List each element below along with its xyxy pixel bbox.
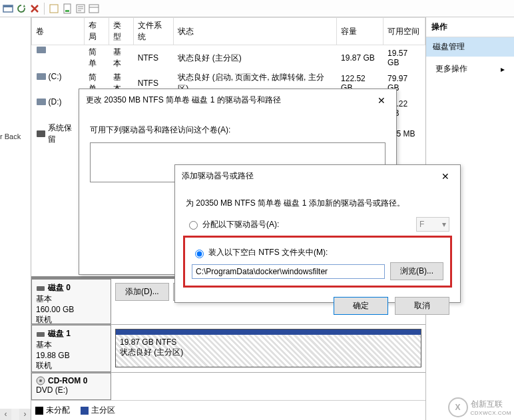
actions-header: 操作 xyxy=(426,17,514,37)
volume-name: (C:) xyxy=(49,72,62,81)
mount-folder-row[interactable]: 装入以下空白 NTFS 文件夹中(M): xyxy=(192,247,443,258)
more-label: 更多操作 xyxy=(435,63,467,75)
svg-rect-1 xyxy=(3,5,13,7)
disk1-type: 基本 xyxy=(36,339,107,351)
add-drive-letter-dialog: 添加驱动器号或路径 ✕ 为 20350 MB NTFS 简单卷 磁盘 1 添加新… xyxy=(174,164,461,303)
cdrom-body xyxy=(111,373,425,400)
volume-icon xyxy=(37,47,46,53)
disk0-type: 基本 xyxy=(36,294,107,305)
watermark-logo: X xyxy=(448,397,468,417)
col-capacity[interactable]: 容量 xyxy=(337,18,384,45)
disk0-size: 160.00 GB xyxy=(36,305,107,314)
watermark: X 创新互联 CDXWCX.COM xyxy=(448,397,511,417)
disk1-body: 19.87 GB NTFS 状态良好 (主分区) xyxy=(111,325,425,372)
disk-icon xyxy=(36,329,45,339)
disk0-label[interactable]: 磁盘 0 基本 160.00 GB 联机 xyxy=(31,279,111,324)
assign-letter-label: 分配以下驱动器号(A): xyxy=(202,219,279,230)
cdrom-label[interactable]: CD-ROM 0 DVD (E:) xyxy=(31,373,111,400)
svg-rect-4 xyxy=(65,10,69,12)
disk-panel-1: 磁盘 1 基本 19.88 GB 联机 19.87 GB NTFS 状态良好 (… xyxy=(31,324,425,372)
browse-button[interactable]: 浏览(B)... xyxy=(390,262,443,280)
volume-icon xyxy=(37,130,46,137)
cell-type: 基本 xyxy=(109,45,133,71)
cancel-button[interactable]: 取消 xyxy=(395,297,449,315)
disk1-title: 磁盘 1 xyxy=(48,328,71,339)
chevron-right-icon: ▸ xyxy=(501,65,505,74)
cell-status: 状态良好 (主分区) xyxy=(174,45,337,71)
add-button[interactable]: 添加(D)... xyxy=(115,283,169,301)
col-free[interactable]: 可用空间 xyxy=(384,18,425,45)
properties-icon[interactable] xyxy=(75,3,86,14)
svg-rect-6 xyxy=(89,5,99,13)
table-header: 卷 布局 类型 文件系统 状态 容量 可用空间 xyxy=(32,18,425,45)
assign-letter-row[interactable]: 分配以下驱动器号(A): F▾ xyxy=(186,217,449,232)
dlg1-titlebar: 更改 20350 MB NTFS 简单卷 磁盘 1 的驱动器号和路径 ✕ xyxy=(79,89,396,111)
cdrom-sub: DVD (E:) xyxy=(36,385,107,395)
refresh-icon[interactable] xyxy=(16,3,27,14)
dlg2-message: 为 20350 MB NTFS 简单卷 磁盘 1 添加新的驱动器号或路径。 xyxy=(186,198,449,209)
disk0-title: 磁盘 0 xyxy=(48,282,71,294)
cell-fs: NTFS xyxy=(133,45,174,71)
volume-icon xyxy=(37,99,46,105)
svg-rect-8 xyxy=(37,332,45,337)
close-icon[interactable]: ✕ xyxy=(437,171,453,182)
list-icon[interactable] xyxy=(89,3,99,14)
svg-rect-7 xyxy=(37,286,45,291)
partition-size: 19.87 GB NTFS xyxy=(120,337,417,347)
dlg2-title: 添加驱动器号或路径 xyxy=(182,170,254,182)
actions-more[interactable]: 更多操作 ▸ xyxy=(426,57,514,81)
page-icon[interactable] xyxy=(62,3,73,14)
disk1-label[interactable]: 磁盘 1 基本 19.88 GB 联机 xyxy=(31,325,111,372)
col-status[interactable]: 状态 xyxy=(174,18,337,45)
mount-folder-radio[interactable] xyxy=(195,250,204,258)
table-row[interactable]: 简单基本NTFS状态良好 (主分区)19.87 GB19.57 GB xyxy=(32,45,425,71)
toolbar xyxy=(0,0,514,17)
col-fs[interactable]: 文件系统 xyxy=(133,18,174,45)
cell-capacity: 19.87 GB xyxy=(337,45,384,71)
legend-primary: 主分区 xyxy=(81,405,115,416)
close-icon[interactable]: ✕ xyxy=(374,95,389,106)
cell-free: 19.57 GB xyxy=(384,45,425,71)
dlg1-hint: 可用下列驱动器号和路径访问这个卷(A): xyxy=(90,124,386,136)
mount-path-input[interactable] xyxy=(192,264,385,279)
partition-box[interactable]: 19.87 GB NTFS 状态良好 (主分区) xyxy=(115,329,421,367)
window-icon[interactable] xyxy=(3,3,13,14)
cdrom-icon xyxy=(36,376,45,385)
blank-icon[interactable] xyxy=(49,3,59,14)
legend: 未分配 主分区 xyxy=(31,400,425,420)
svg-point-10 xyxy=(39,379,42,382)
volume-icon xyxy=(37,73,46,80)
dlg1-title: 更改 20350 MB NTFS 简单卷 磁盘 1 的驱动器号和路径 xyxy=(86,95,281,106)
col-volume[interactable]: 卷 xyxy=(32,18,85,45)
cdrom-panel: CD-ROM 0 DVD (E:) xyxy=(31,372,425,400)
actions-dm[interactable]: 磁盘管理 xyxy=(426,37,514,57)
volume-name: (D:) xyxy=(49,97,62,106)
chevron-down-icon: ▾ xyxy=(442,220,446,229)
horizontal-scrollbar[interactable]: ‹› xyxy=(0,409,31,420)
mount-folder-label: 装入以下空白 NTFS 文件夹中(M): xyxy=(208,247,328,258)
ok-button[interactable]: 确定 xyxy=(334,297,388,315)
assign-letter-radio[interactable] xyxy=(189,221,198,230)
left-item-label[interactable]: r Back xyxy=(0,132,21,140)
drive-letter-combo[interactable]: F▾ xyxy=(416,217,449,232)
cdrom-title: CD-ROM 0 xyxy=(48,376,87,385)
col-layout[interactable]: 布局 xyxy=(85,18,109,45)
left-navigation: r Back ‹› xyxy=(0,17,31,420)
highlighted-region: 装入以下空白 NTFS 文件夹中(M): 浏览(B)... xyxy=(183,236,452,288)
disk1-state: 联机 xyxy=(36,360,107,371)
svg-rect-2 xyxy=(50,5,58,13)
delete-icon[interactable] xyxy=(29,3,40,14)
disk1-size: 19.88 GB xyxy=(36,351,107,360)
legend-unalloc: 未分配 xyxy=(35,405,70,416)
watermark-text: 创新互联 xyxy=(471,399,511,410)
volume-name: 系统保留 xyxy=(48,122,80,145)
partition-status: 状态良好 (主分区) xyxy=(120,347,417,358)
watermark-sub: CDXWCX.COM xyxy=(471,410,511,416)
dlg2-titlebar: 添加驱动器号或路径 ✕ xyxy=(175,165,460,187)
cell-layout: 简单 xyxy=(85,45,109,71)
col-type[interactable]: 类型 xyxy=(109,18,133,45)
disk-icon xyxy=(36,284,45,293)
separator xyxy=(44,3,45,15)
